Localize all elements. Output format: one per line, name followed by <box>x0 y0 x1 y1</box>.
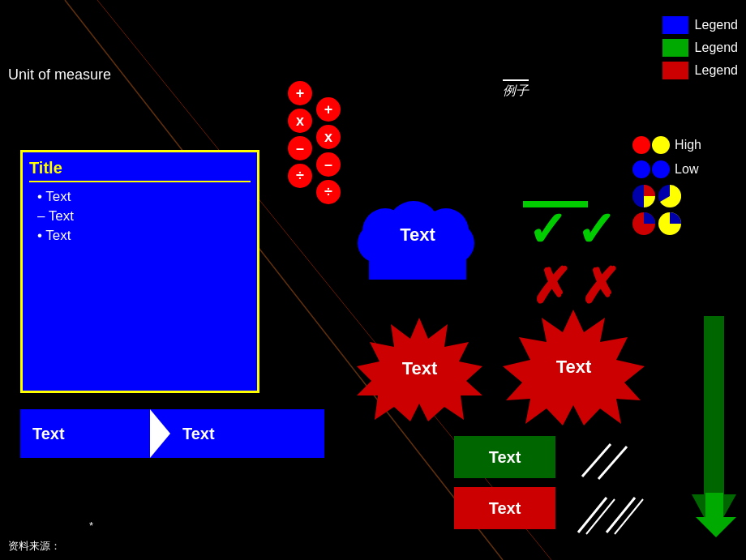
text-bar-right: Text <box>170 425 300 443</box>
bullet-item-2: – Text <box>37 208 251 224</box>
text-box-green: Text <box>454 436 555 478</box>
svg-marker-25 <box>696 517 736 537</box>
math-x-2: x <box>316 125 341 149</box>
math-div-1: ÷ <box>288 164 312 188</box>
svg-rect-22 <box>704 316 724 494</box>
math-x-1: x <box>288 109 312 133</box>
legend-item-2: Legend <box>662 39 738 57</box>
high-label: High <box>675 138 701 152</box>
parallel-lines-svg-1 <box>574 440 639 482</box>
high-circle-red <box>632 136 650 154</box>
legend-container: Legend Legend Legend <box>662 16 738 79</box>
pie-chart-3 <box>632 212 655 235</box>
starburst-text-2: Text <box>556 357 592 378</box>
text-box-red: Text <box>454 487 555 529</box>
starburst-text-1: Text <box>402 358 438 379</box>
pie-chart-2 <box>658 185 681 207</box>
asterisk: * <box>89 519 93 532</box>
pie-row-1 <box>632 185 701 207</box>
legend-box-red <box>662 62 688 79</box>
starburst-1: Text <box>357 316 482 421</box>
pie-row-2 <box>632 212 701 235</box>
legend-box-green <box>662 39 688 57</box>
low-label: Low <box>675 162 698 177</box>
bullet-item-3: • Text <box>37 228 251 244</box>
pie-chart-1 <box>632 185 655 207</box>
math-plus-1: + <box>288 81 312 105</box>
math-col2: + x – ÷ <box>316 97 341 204</box>
low-circles <box>632 160 670 178</box>
math-minus-1: – <box>288 136 312 160</box>
low-item: Low <box>632 160 701 178</box>
low-circle-blue-1 <box>632 160 650 178</box>
legend-item-3: Legend <box>662 62 738 79</box>
high-circle-yellow <box>652 136 670 154</box>
math-plus-2: + <box>316 97 341 122</box>
legend-label-1: Legend <box>695 18 738 32</box>
xmark-2: ✗ <box>580 258 620 314</box>
high-circles <box>632 136 670 154</box>
unit-of-measure-label: Unit of measure <box>8 66 111 83</box>
legend-label-2: Legend <box>695 41 738 55</box>
checkmark-1: ✓ <box>527 201 568 258</box>
green-arrow-small-svg <box>696 493 736 537</box>
bullet-list: • Text – Text • Text <box>29 189 251 244</box>
cloud-text: Text <box>400 224 435 246</box>
blue-title-box: Title • Text – Text • Text <box>20 150 259 393</box>
legend-item-1: Legend <box>662 16 738 34</box>
pie-chart-4 <box>658 212 681 235</box>
starburst-2: Text <box>503 308 645 425</box>
text-bar-arrow <box>300 409 324 458</box>
svg-rect-24 <box>705 493 723 521</box>
parallel-lines-svg-2 <box>574 494 647 536</box>
bullet-item-1: • Text <box>37 189 251 205</box>
math-col1: + x – ÷ <box>288 81 312 188</box>
text-bar-left: Text <box>20 425 150 443</box>
math-minus-2: – <box>316 152 341 177</box>
high-low-container: High Low <box>632 136 701 240</box>
cloud-container: Text <box>349 178 487 292</box>
example-label: 例子 <box>503 79 529 100</box>
legend-label-3: Legend <box>695 63 738 78</box>
blue-box-title: Title <box>29 159 251 182</box>
xmark-1: ✗ <box>531 258 572 314</box>
svg-rect-9 <box>369 243 466 280</box>
parallel-lines-2 <box>574 494 647 539</box>
text-bar-divider <box>150 409 170 458</box>
low-circle-blue-2 <box>652 160 670 178</box>
source-label: 资料来源： <box>8 539 61 554</box>
math-div-2: ÷ <box>316 180 341 204</box>
legend-box-blue <box>662 16 688 34</box>
high-item: High <box>632 136 701 154</box>
parallel-lines-1 <box>574 440 639 485</box>
green-arrow-small <box>696 493 736 541</box>
text-bar: Text Text <box>20 409 324 458</box>
checkmark-2: ✓ <box>576 201 616 258</box>
